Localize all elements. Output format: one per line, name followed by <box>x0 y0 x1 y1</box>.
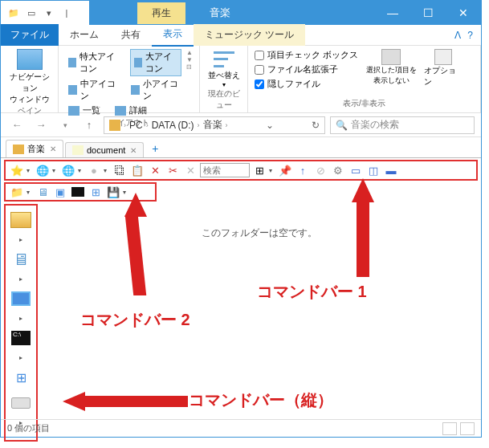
view-toggle-icon[interactable]: ⊞ <box>251 162 267 178</box>
delete-icon[interactable]: ✕ <box>147 162 163 178</box>
status-bar: 0 個の項目 <box>1 419 481 437</box>
minimize-button[interactable]: — <box>375 1 410 25</box>
tab-share[interactable]: 共有 <box>110 24 152 46</box>
empty-folder-message: このフォルダーは空です。 <box>202 227 317 238</box>
paste-icon[interactable]: 📋 <box>129 162 145 178</box>
check-item-checkboxes[interactable]: 項目チェック ボックス <box>255 49 358 61</box>
vbar-folder-button[interactable] <box>10 210 32 230</box>
layout-scroll-down-icon[interactable]: ▼ <box>186 56 193 63</box>
window-title: 音楽 <box>185 6 375 20</box>
terminal-icon[interactable] <box>70 184 86 200</box>
thumbnails-view-icon[interactable] <box>460 422 475 435</box>
globe-fwd-icon[interactable]: 🌐 <box>60 162 76 178</box>
vbar-control-panel-button[interactable] <box>10 289 32 308</box>
options-button[interactable]: オプション <box>424 49 463 88</box>
check-hidden-files[interactable]: 隠しファイル <box>255 78 358 90</box>
layout-large[interactable]: 大アイコン <box>130 49 181 76</box>
folder-view[interactable]: このフォルダーは空です。 <box>38 202 481 443</box>
breadcrumb-data[interactable]: DATA (D:) <box>152 120 194 131</box>
refresh-icon[interactable]: ↻ <box>312 120 320 131</box>
copy-icon[interactable]: ⿻ <box>112 162 128 178</box>
layout-details[interactable]: 詳細 <box>112 104 150 117</box>
breadcrumb-separator: › <box>124 121 126 129</box>
hide-icon <box>381 49 401 65</box>
cut-icon[interactable]: ✂ <box>165 162 181 178</box>
vbar-windows-button[interactable]: ⊞ <box>10 368 32 387</box>
folder-icon <box>72 145 84 155</box>
qat-dropdown-icon[interactable]: ▾ <box>43 6 55 19</box>
quick-access-toolbar: 📁 ▭ ▾ | <box>1 1 89 25</box>
nav-back-button[interactable]: ← <box>7 116 26 135</box>
vbar-pc-button[interactable]: 🖥 <box>10 250 32 269</box>
layout-medium[interactable]: 中アイコン <box>65 77 120 103</box>
command-bar-vertical: ▸ 🖥 ▸ ▸ C:\ ▸ ⊞ ▸ <box>4 204 38 442</box>
vbar-drive-button[interactable] <box>10 393 32 413</box>
tab-home[interactable]: ホーム <box>59 24 110 46</box>
pc-shortcut-icon[interactable]: 🖥 <box>35 184 51 200</box>
tab-strip: 音楽 ✕ document ✕ + <box>1 137 481 158</box>
nav-history-button[interactable]: ▾ <box>55 116 75 135</box>
ribbon-tabs: ファイル ホーム 共有 表示 ミュージック ツール ᐱ ? <box>1 25 481 46</box>
breadcrumb-pc[interactable]: PC <box>129 120 143 131</box>
explorer-window: 📁 ▭ ▾ | 再生 音楽 — ☐ ✕ ファイル ホーム 共有 表示 ミュージッ… <box>0 0 482 438</box>
tab-music[interactable]: 音楽 ✕ <box>6 140 63 157</box>
ribbon-collapse-icon[interactable]: ᐱ <box>454 30 461 41</box>
command-bar-1: ⭐▾ 🌐▾ 🌐▾ ●▾ ⿻ 📋 ✕ ✂ ✕ ⊞▾ 📌 ↑ ⊘ ⚙ ▭ ◫ ▬ <box>4 160 478 181</box>
qat-separator: | <box>60 6 73 19</box>
chevron-right-icon[interactable]: ▸ <box>19 236 22 243</box>
file-menu[interactable]: ファイル <box>1 24 59 46</box>
qat-open-icon[interactable]: ▭ <box>25 6 38 19</box>
tab-close-icon[interactable]: ✕ <box>130 146 137 155</box>
nav-up-button[interactable]: ↑ <box>79 116 99 135</box>
help-icon[interactable]: ? <box>467 30 473 41</box>
gear-icon[interactable]: ⚙ <box>330 162 346 178</box>
hide-selected-button[interactable]: 選択した項目を 表示しない <box>363 49 419 86</box>
address-dropdown-icon[interactable]: ⌄ <box>266 120 274 131</box>
sort-button[interactable]: 並べ替え ▾ <box>208 49 240 88</box>
breadcrumb[interactable]: › PC › DATA (D:) › 音楽 › ⌄ ↻ <box>104 116 325 134</box>
favorites-icon[interactable]: ⭐ <box>9 162 25 178</box>
layout-list[interactable]: 一覧 <box>65 104 104 117</box>
command-bar-2: 📁▾ 🖥 ▣ ⊞ 💾▾ <box>4 182 157 202</box>
clear-icon[interactable]: ⊘ <box>312 162 328 178</box>
group-currentview-label: 現在のビュー <box>206 88 241 111</box>
sort-icon <box>214 49 234 70</box>
layout-scroll-up-icon[interactable]: ▲ <box>186 49 193 56</box>
tab-document[interactable]: document ✕ <box>65 142 144 157</box>
vbar-terminal-button[interactable]: C:\ <box>10 328 32 348</box>
globe-back-icon[interactable]: 🌐 <box>35 162 51 178</box>
up-arrow-icon[interactable]: ↑ <box>295 162 311 178</box>
check-file-extensions[interactable]: ファイル名拡張子 <box>255 63 358 75</box>
layout-expand-icon[interactable]: ⊟ <box>186 63 193 71</box>
folder-icon <box>13 145 24 154</box>
windows-icon[interactable]: ⊞ <box>88 184 104 200</box>
panel-icon[interactable]: ▬ <box>383 162 399 178</box>
delete2-icon[interactable]: ✕ <box>182 162 198 178</box>
close-button[interactable]: ✕ <box>446 1 481 25</box>
command-search-input[interactable] <box>200 163 250 177</box>
navigation-pane-button[interactable]: ナビゲーション ウィンドウ <box>7 49 51 105</box>
context-tab-playback[interactable]: 再生 <box>137 2 185 24</box>
folder-shortcut-icon[interactable]: 📁 <box>9 184 25 200</box>
control-panel-icon[interactable]: ▣ <box>52 184 68 200</box>
folder-icon: 📁 <box>7 6 20 19</box>
group-showhide-label: 表示/非表示 <box>255 98 474 109</box>
maximize-button[interactable]: ☐ <box>410 1 446 25</box>
tab-view[interactable]: 表示 <box>152 23 194 47</box>
search-box[interactable]: 🔍 音楽の検索 <box>330 116 475 134</box>
ribbon: ナビゲーション ウィンドウ ペイン 特大アイコン 大アイコン 中アイコン 小アイ… <box>1 46 481 113</box>
tab-music-tools[interactable]: ミュージック ツール <box>194 24 305 46</box>
nav-forward-button[interactable]: → <box>31 116 51 135</box>
pin-icon[interactable]: 📌 <box>277 162 293 178</box>
details-view-icon[interactable] <box>442 422 457 435</box>
tab-close-icon[interactable]: ✕ <box>50 145 56 153</box>
split-h-icon[interactable]: ▭ <box>348 162 364 178</box>
drive-icon[interactable]: 💾 <box>105 184 121 200</box>
status-item-count: 0 個の項目 <box>7 422 50 434</box>
split-v-icon[interactable]: ◫ <box>365 162 381 178</box>
layout-small[interactable]: 小アイコン <box>128 77 182 103</box>
tab-add-button[interactable]: + <box>145 140 165 157</box>
folder-icon <box>109 120 120 131</box>
layout-extra-large[interactable]: 特大アイコン <box>65 50 122 75</box>
breadcrumb-music[interactable]: 音楽 <box>203 118 222 132</box>
